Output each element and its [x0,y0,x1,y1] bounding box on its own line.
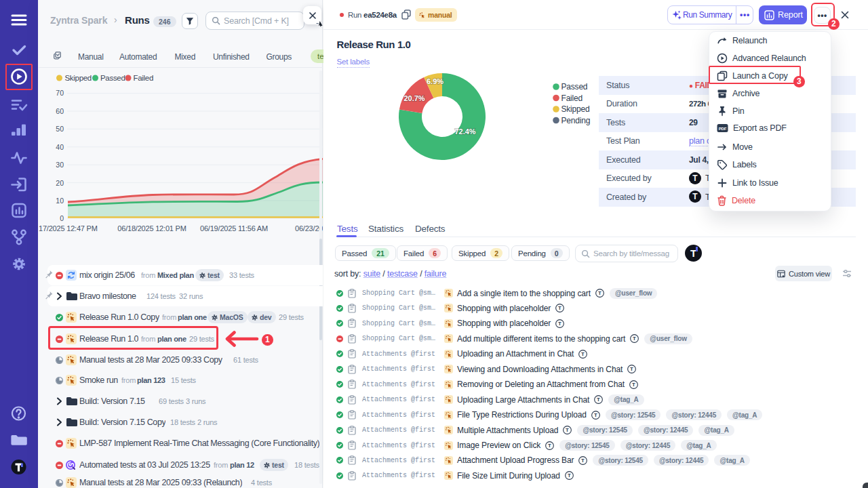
svg-text:0: 0 [60,214,64,222]
svg-text:T: T [548,443,551,449]
svg-text:40: 40 [56,143,64,151]
svg-text:60: 60 [56,107,64,115]
svg-text:T: T [630,367,633,373]
svg-text:06/23/202: 06/23/202 [295,224,323,232]
svg-text:T: T [597,396,600,403]
svg-text:Skipped: Skipped [561,104,590,114]
svg-text:T: T [633,336,636,342]
svg-text:Failed: Failed [134,74,154,82]
svg-text:06/19/2025 11:56 AM: 06/19/2025 11:56 AM [200,224,268,232]
svg-text:Pending: Pending [561,116,591,125]
svg-text:6.9%: 6.9% [427,77,443,85]
svg-text:Passed: Passed [561,82,588,92]
svg-text:17/2025 12:47 PM: 17/2025 12:47 PM [39,224,98,232]
svg-text:Failed: Failed [561,94,583,103]
svg-text:70: 70 [56,89,64,97]
svg-text:72.4%: 72.4% [454,127,475,136]
svg-text:T: T [594,412,597,418]
svg-text:20: 20 [56,179,64,187]
svg-text:T: T [581,351,585,357]
svg-text:T: T [558,321,561,327]
svg-text:30: 30 [56,161,64,169]
svg-text:T: T [566,427,569,433]
svg-text:T: T [568,473,571,479]
svg-text:Passed: Passed [100,74,125,82]
svg-text:T: T [558,306,561,312]
svg-text:PDF: PDF [719,127,727,131]
svg-text:20.7%: 20.7% [403,94,425,102]
svg-text:T: T [582,458,585,464]
svg-text:06/18/2025 12:01 PM: 06/18/2025 12:01 PM [117,224,186,232]
svg-text:Skipped: Skipped [65,74,92,82]
svg-text:T: T [632,382,635,388]
svg-text:10: 10 [56,197,64,205]
svg-text:50: 50 [56,125,64,133]
svg-text:T: T [598,290,601,296]
